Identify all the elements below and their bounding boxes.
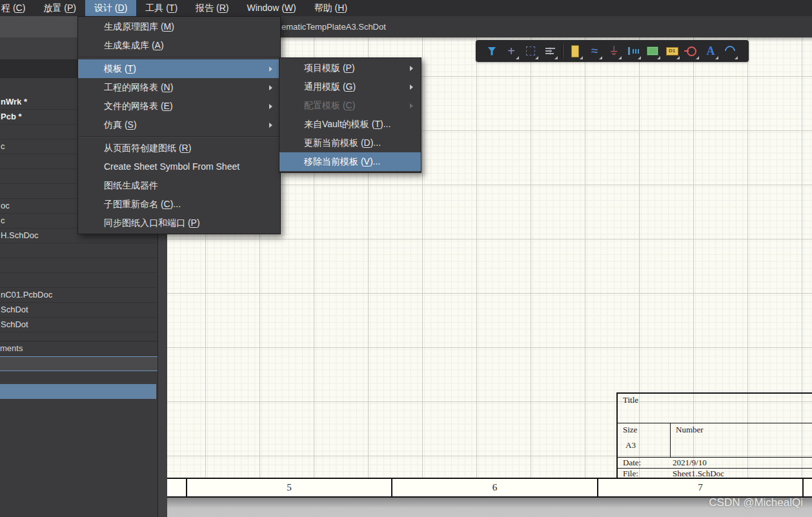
dropdown-corner-icon [580, 56, 583, 59]
zone-cell [804, 479, 812, 496]
menubar-item-w[interactable]: Window (W) [238, 0, 305, 16]
no-erc-icon-button[interactable] [682, 40, 701, 62]
selection-box-icon-button[interactable] [521, 40, 540, 62]
template-menu-item-d[interactable]: 更新当前模板 (D)... [279, 134, 421, 152]
arc-icon-button[interactable] [720, 40, 740, 62]
wire-icon: ≈ [591, 46, 598, 56]
text-string-icon: A [707, 46, 715, 57]
align-icon-button[interactable] [540, 40, 560, 62]
project-tree-item[interactable] [0, 243, 157, 258]
part-icon-button[interactable] [565, 40, 585, 62]
menubar-item-c[interactable]: 程 (C) [0, 0, 34, 16]
filter-icon [488, 47, 496, 56]
zone-cell-5: 5 [187, 479, 392, 496]
size-cell: Size A3 [618, 423, 671, 457]
dropdown-corner-icon [618, 56, 622, 59]
size-value: A3 [625, 440, 670, 451]
design-menu-item-r[interactable]: 从页面符创建图纸 (R) [78, 139, 280, 157]
file-value: Sheet1.SchDoc [673, 469, 724, 478]
menu-separator [78, 55, 280, 59]
menu-bar: 程 (C)放置 (P)设计 (D)工具 (T)报告 (R)Window (W)帮… [0, 0, 812, 16]
dropdown-corner-icon [735, 56, 738, 59]
submenu-arrow-icon [410, 85, 413, 90]
project-tree-item[interactable]: nC01.PcbDoc [0, 288, 157, 303]
menubar-item-h[interactable]: 帮助 (H) [305, 0, 356, 16]
gnd-power-port-icon: ⏚ [610, 46, 618, 57]
text-string-icon-button[interactable]: A [701, 40, 720, 62]
design-menu-item-n[interactable]: 工程的网络表 (N) [78, 78, 280, 97]
align-icon [545, 47, 555, 55]
design-menu-item-m[interactable]: 生成原理图库 (M) [78, 17, 280, 36]
title-block-title-row: Title [618, 394, 812, 423]
number-cell: Number [671, 423, 812, 457]
project-tree-item[interactable]: SchDot [0, 318, 157, 332]
part-icon [571, 45, 579, 57]
menubar-item-t[interactable]: 工具 (T) [136, 0, 187, 16]
date-value: 2021/9/10 [673, 458, 707, 468]
template-menu-item-c: 配置模板 (C) [279, 96, 421, 115]
no-erc-icon [687, 46, 696, 56]
sheet-symbol-icon-button[interactable] [643, 40, 662, 62]
design-menu-item-e[interactable]: 文件的网络表 (E) [78, 97, 280, 116]
dropdown-corner-icon [657, 56, 660, 59]
title-block-date-row: Date: 2021/9/10 [618, 458, 812, 469]
menubar-item-p[interactable]: 放置 (P) [34, 0, 85, 16]
project-tree-item[interactable]: SchDot [0, 303, 157, 318]
design-menu-item-t[interactable]: 模板 (T) [78, 59, 280, 78]
design-menu-item-10[interactable]: 图纸生成器件 [78, 176, 280, 195]
arc-icon [723, 44, 738, 59]
gnd-power-port-icon-button[interactable]: ⏚ [604, 40, 624, 62]
documents-section-label: ments [0, 341, 157, 356]
sheet-symbol-icon [647, 46, 658, 56]
watermark: CSDN @MichealQi [709, 496, 803, 509]
filter-input[interactable] [0, 356, 157, 371]
submenu-arrow-icon [269, 104, 272, 109]
document-tab[interactable]: ematicTempPlateA3.SchDot [281, 22, 386, 32]
design-menu-item-9[interactable]: Create Sheet Symbol From Sheet [78, 157, 280, 176]
design-menu-item-c[interactable]: 子图重新命名 (C)... [78, 195, 280, 214]
filter-icon-button[interactable] [482, 40, 502, 62]
zone-cell-7: 7 [598, 479, 804, 496]
power-port-icon [628, 47, 639, 55]
zone-cell [167, 479, 187, 496]
menubar-item-d[interactable]: 设计 (D) [85, 0, 136, 16]
design-menu-item-s[interactable]: 仿真 (S) [78, 116, 280, 134]
dropdown-corner-icon [715, 56, 718, 59]
wire-icon-button[interactable]: ≈ [585, 40, 604, 62]
selection-box-icon [526, 46, 535, 56]
template-menu-item-p[interactable]: 项目模版 (P) [279, 59, 421, 77]
title-block: Title Size A3 Number Date: 2021/9/10 Fil… [616, 392, 812, 478]
size-label: Size [623, 425, 637, 434]
design-menu-item-a[interactable]: 生成集成库 (A) [78, 36, 280, 55]
menubar-item-r[interactable]: 报告 (R) [187, 0, 238, 16]
submenu-arrow-icon [410, 103, 413, 108]
dropdown-corner-icon [516, 56, 519, 59]
toolbar-divider [562, 44, 563, 58]
submenu-arrow-icon [269, 66, 272, 72]
project-tree-item[interactable] [0, 273, 157, 288]
number-label: Number [676, 425, 704, 434]
crosshair-icon: + [507, 45, 515, 57]
date-label: Date: [623, 458, 641, 467]
power-port-icon-button[interactable] [624, 40, 643, 62]
dropdown-corner-icon [638, 56, 641, 59]
title-block-size-row: Size A3 Number [618, 423, 812, 458]
altium-designer-window: 程 (C)放置 (P)设计 (D)工具 (T)报告 (R)Window (W)帮… [0, 0, 812, 517]
template-menu-item-t[interactable]: 来自Vault的模板 (T)... [279, 115, 421, 134]
crosshair-icon-button[interactable]: + [502, 40, 521, 62]
template-menu-item-g[interactable]: 通用模版 (G) [279, 77, 421, 96]
selected-list-item[interactable] [0, 384, 156, 399]
sheet-zone-ruler: 567 [167, 478, 812, 498]
designator-icon-button[interactable]: D1 [662, 40, 682, 62]
dropdown-corner-icon [696, 56, 699, 59]
submenu-arrow-icon [269, 85, 272, 90]
file-label: File: [623, 469, 638, 478]
template-menu-item-v[interactable]: 移除当前模板 (V)... [279, 152, 421, 171]
dropdown-corner-icon [554, 56, 558, 59]
floating-toolbar: +≈⏚D1A [476, 40, 749, 62]
zone-cell-6: 6 [392, 479, 598, 496]
design-menu-item-p[interactable]: 同步图纸入口和端口 (P) [78, 214, 280, 232]
dropdown-corner-icon [535, 56, 538, 59]
template-submenu: 项目模版 (P)通用模版 (G)配置模板 (C)来自Vault的模板 (T)..… [279, 57, 421, 173]
project-tree-item[interactable] [0, 258, 157, 273]
